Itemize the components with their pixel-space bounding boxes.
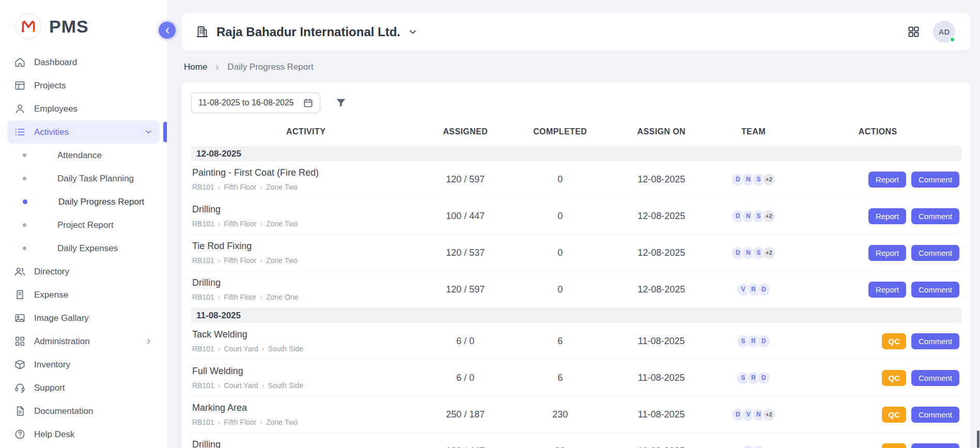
activity-path-segment: RB101 (192, 418, 214, 426)
activity-cell: Full Welding RB101›Court Yard›South Side (191, 360, 421, 396)
projects-icon (14, 80, 26, 91)
sidebar-item-employees[interactable]: Employees (7, 97, 160, 120)
table-row: Tie Rod Fixing RB101›Fifth Floor›Zone Tw… (191, 235, 961, 271)
report-button[interactable]: Report (868, 282, 906, 298)
sidebar-subitem-daily-progress-report[interactable]: Daily Progress Report (0, 190, 167, 213)
column-header-actions: ACTIONS (794, 127, 961, 136)
sidebar-subitem-label: Daily Task Planning (57, 174, 134, 184)
table-row: Full Welding RB101›Court Yard›South Side… (191, 360, 961, 396)
sidebar-item-image-gallary[interactable]: Image Gallary (7, 306, 160, 330)
comment-button[interactable]: Comment (911, 333, 959, 349)
sidebar-subitem-project-report[interactable]: Project Report (0, 213, 167, 237)
topbar: Raja Bahadur International Ltd. AD (182, 13, 971, 51)
filter-row: 11-08-2025 to 16-08-2025 (191, 92, 961, 113)
assigned-value: 120 / 597 (421, 174, 510, 185)
activity-cell: Tie Rod Fixing RB101›Fifth Floor›Zone Tw… (191, 235, 421, 271)
qc-button[interactable]: QC (882, 370, 906, 386)
comment-button[interactable]: Comment (911, 282, 959, 298)
scrollbar-thumb[interactable] (977, 430, 979, 448)
comment-button[interactable]: Comment (911, 172, 959, 188)
filter-button[interactable] (335, 97, 347, 109)
path-separator-icon: › (262, 381, 265, 390)
comment-button[interactable]: Comment (911, 245, 959, 261)
row-actions: QCComment (794, 407, 961, 423)
activity-path-segment: RB101 (192, 293, 214, 301)
sidebar-item-projects[interactable]: Projects (7, 74, 160, 97)
sidebar-collapse-button[interactable] (159, 22, 176, 39)
path-separator-icon: › (260, 220, 263, 228)
path-separator-icon: › (262, 345, 265, 353)
table-row: Tack Welding RB101›Court Yard›South Side… (191, 323, 961, 360)
row-actions: ReportComment (794, 208, 961, 224)
expense-icon (14, 289, 26, 301)
qc-button[interactable]: QC (882, 333, 906, 349)
path-separator-icon: › (218, 345, 221, 353)
sidebar-item-activities[interactable]: Activities (7, 120, 160, 144)
report-button[interactable]: Report (868, 245, 906, 261)
assign-on-value: 11-08-2025 (610, 409, 712, 420)
breadcrumb-home[interactable]: Home (184, 62, 207, 72)
sidebar-item-inventory[interactable]: Inventory (7, 353, 160, 376)
table-row: Drilling RB101›Fifth Floor›Zone One 120 … (191, 271, 961, 308)
comment-button[interactable]: Comment (911, 407, 959, 423)
avatar-initials: AD (939, 27, 950, 36)
assign-on-value: 11-08-2025 (610, 373, 712, 383)
company-name: Raja Bahadur International Ltd. (216, 25, 400, 39)
table-row: Painting - First Coat (Fire Red) RB101›F… (191, 161, 961, 198)
team-extra-count: +2 (762, 173, 776, 187)
path-separator-icon: › (218, 256, 221, 265)
calendar-icon (303, 98, 314, 109)
date-range-input[interactable]: 11-08-2025 to 16-08-2025 (191, 92, 320, 113)
column-header-activity: ACTIVITY (191, 127, 421, 136)
activity-cell: Drilling RB101›Fifth Floor›Zone Two (191, 433, 421, 448)
path-separator-icon: › (218, 381, 221, 390)
comment-button[interactable]: Comment (911, 370, 959, 386)
team-avatars: DNS+2 (712, 173, 794, 187)
assign-on-value: 12-08-2025 (610, 174, 712, 185)
chevron-right-icon (144, 337, 153, 346)
main-content: Raja Bahadur International Ltd. AD Home … (167, 0, 980, 448)
team-avatars: SRD (712, 371, 794, 385)
sidebar-item-directory[interactable]: Directory (7, 260, 160, 283)
qc-button[interactable]: QC (882, 407, 906, 423)
column-header-team: TEAM (712, 127, 794, 136)
brand: PMS (0, 0, 167, 49)
path-separator-icon: › (260, 293, 263, 301)
report-button[interactable]: Report (868, 172, 906, 188)
inventory-icon (14, 359, 26, 370)
sidebar-subitem-daily-task-planning[interactable]: Daily Task Planning (0, 167, 167, 190)
path-separator-icon: › (260, 183, 263, 191)
sidebar-item-administration[interactable]: Administration (7, 330, 160, 353)
table-row: Marking Area RB101›Fifth Floor›Zone Two … (191, 396, 961, 433)
sidebar-item-label: Expense (34, 290, 68, 300)
company-selector[interactable]: Raja Bahadur International Ltd. (195, 25, 418, 39)
bullet-icon (23, 177, 26, 180)
comment-button[interactable]: Comment (911, 443, 959, 448)
chevron-down-icon (144, 128, 153, 136)
path-separator-icon: › (218, 418, 221, 426)
activity-title: Full Welding (192, 366, 415, 377)
user-avatar[interactable]: AD (933, 21, 955, 43)
qc-button[interactable]: QC (882, 443, 906, 448)
sidebar-item-label: Activities (34, 127, 69, 137)
group-date: 11-08-2025 (196, 311, 241, 321)
apps-grid-button[interactable] (907, 25, 921, 39)
sidebar-item-support[interactable]: Support (7, 376, 160, 399)
report-button[interactable]: Report (868, 208, 906, 224)
comment-button[interactable]: Comment (911, 208, 959, 224)
sidebar-subitem-daily-expenses[interactable]: Daily Expenses (0, 237, 167, 260)
activity-path-segment: Zone Two (266, 183, 298, 191)
building-icon (195, 25, 209, 39)
team-extra-count: +2 (762, 408, 776, 422)
activity-path-segment: RB101 (192, 183, 214, 191)
column-header-completed: COMPLETED (510, 127, 610, 136)
sidebar-item-help-desk[interactable]: Help Desk (7, 423, 160, 446)
sidebar-item-documentation[interactable]: Documentation (7, 399, 160, 423)
assign-on-value: 12-08-2025 (610, 284, 712, 295)
sidebar-item-label: Dashboard (34, 57, 77, 68)
sidebar-subitem-attendance[interactable]: Attendance (0, 144, 167, 167)
activity-cell: Marking Area RB101›Fifth Floor›Zone Two (191, 396, 421, 432)
sidebar-item-expense[interactable]: Expense (7, 283, 160, 306)
sidebar-item-dashboard[interactable]: Dashboard (7, 51, 160, 74)
assigned-value: 6 / 0 (421, 336, 510, 347)
